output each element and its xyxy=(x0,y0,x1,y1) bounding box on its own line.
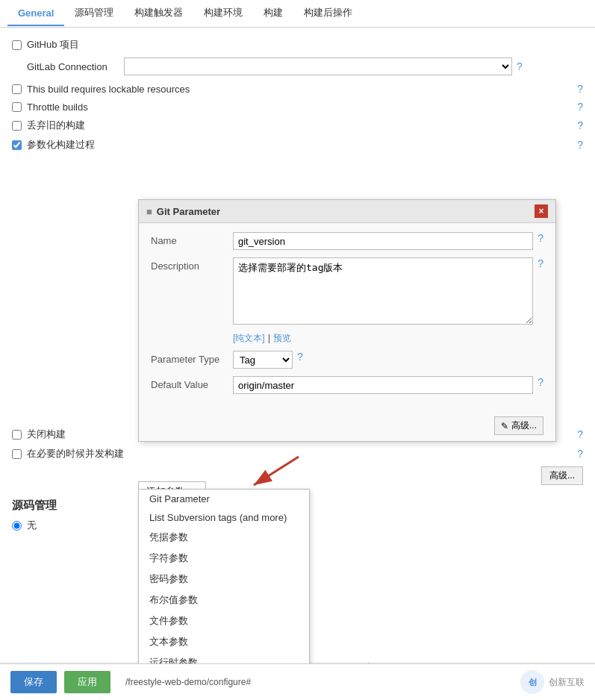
name-form-row: Name ? xyxy=(151,232,543,250)
name-input[interactable] xyxy=(233,232,533,250)
watermark-logo: 创 xyxy=(520,670,544,694)
discard-help-icon[interactable]: ? xyxy=(577,119,583,131)
advanced-btn-label: 高级... xyxy=(511,419,537,432)
concurrent-help-icon[interactable]: ? xyxy=(577,448,583,460)
dialog-title: ■ Git Parameter xyxy=(146,206,220,217)
dialog-close-button[interactable]: × xyxy=(535,204,548,218)
gitlab-connection-row: GitLab Connection ? xyxy=(12,57,583,75)
lower-advanced-button[interactable]: 高级... xyxy=(541,466,583,485)
dropdown-item-list-subversion[interactable]: List Subversion tags (and more) xyxy=(139,508,309,527)
close-build-label: 关闭构建 xyxy=(27,428,66,441)
parametrize-row: 参数化构建过程 ? xyxy=(12,138,583,151)
git-param-dialog: ■ Git Parameter × Name ? Description 选择需… xyxy=(138,199,556,442)
default-value-label: Default Value xyxy=(151,376,233,390)
lockable-resources-label: This build requires lockable resources xyxy=(27,84,190,95)
description-help-icon[interactable]: ? xyxy=(538,257,543,269)
watermark: 创 创新互联 xyxy=(520,670,585,694)
gitlab-help-icon[interactable]: ? xyxy=(517,60,523,72)
close-build-checkbox[interactable] xyxy=(12,430,22,440)
icon-btn[interactable]: ✎ 高级... xyxy=(494,416,543,435)
dropdown-item-text-param[interactable]: 文本参数 xyxy=(139,631,309,652)
description-form-row: Description 选择需要部署的tag版本 ? xyxy=(151,257,543,325)
dialog-container: ■ Git Parameter × Name ? Description 选择需… xyxy=(138,199,556,442)
param-type-form-row: Parameter Type Tag Branch Revision ? xyxy=(151,351,543,369)
dropdown-item-file-param[interactable]: 文件参数 xyxy=(139,610,309,631)
close-build-help-icon[interactable]: ? xyxy=(577,428,583,440)
concurrent-build-checkbox[interactable] xyxy=(12,449,22,459)
description-label: Description xyxy=(151,257,233,272)
name-help-icon[interactable]: ? xyxy=(538,232,543,244)
tab-build-trigger[interactable]: 构建触发器 xyxy=(124,0,193,27)
default-value-help-icon[interactable]: ? xyxy=(538,376,543,388)
discard-old-label: 丢弃旧的构建 xyxy=(27,119,85,132)
discard-old-checkbox[interactable] xyxy=(12,121,22,131)
throttle-builds-row: Throttle builds ? xyxy=(12,101,583,113)
tab-bar: General 源码管理 构建触发器 构建环境 构建 构建后操作 xyxy=(0,0,595,28)
text-links-row: [纯文本] | 预览 xyxy=(151,332,543,345)
tab-post-build[interactable]: 构建后操作 xyxy=(293,0,363,27)
default-value-form-row: Default Value ? xyxy=(151,376,543,394)
parametrize-help-icon[interactable]: ? xyxy=(577,139,583,151)
dialog-header: ■ Git Parameter × xyxy=(139,200,555,223)
default-value-input[interactable] xyxy=(233,376,533,394)
dropdown-item-boolean-param[interactable]: 布尔值参数 xyxy=(139,590,309,610)
main-content: GitHub 项目 GitLab Connection ? This build… xyxy=(0,28,595,662)
tab-build[interactable]: 构建 xyxy=(253,0,293,27)
dialog-footer: ✎ 高级... xyxy=(139,410,555,441)
watermark-text: 创新互联 xyxy=(549,676,585,689)
tab-source[interactable]: 源码管理 xyxy=(64,0,124,27)
dialog-body: Name ? Description 选择需要部署的tag版本 ? [纯文本] … xyxy=(139,223,555,410)
throttle-help-icon[interactable]: ? xyxy=(577,101,583,113)
bottom-bar: 保存 应用 /freestyle-web-demo/configure# 创 创… xyxy=(0,663,595,700)
apply-button[interactable]: 应用 xyxy=(64,671,110,693)
lockable-help-icon[interactable]: ? xyxy=(577,83,583,95)
source-none-radio[interactable] xyxy=(12,521,22,531)
gitlab-connection-select[interactable] xyxy=(124,57,512,75)
concurrent-build-label: 在必要的时候并发构建 xyxy=(27,447,124,460)
pencil-icon: ✎ xyxy=(501,421,508,431)
svg-line-1 xyxy=(254,457,299,485)
throttle-builds-label: Throttle builds xyxy=(27,101,88,113)
throttle-builds-checkbox[interactable] xyxy=(12,102,22,112)
url-bar: /freestyle-web-demo/configure# xyxy=(125,677,251,687)
github-project-row: GitHub 项目 xyxy=(12,38,583,51)
tab-general[interactable]: General xyxy=(7,1,64,26)
discard-old-row: 丢弃旧的构建 ? xyxy=(12,119,583,132)
lockable-resources-row: This build requires lockable resources ? xyxy=(12,83,583,95)
source-none-label: 无 xyxy=(27,519,37,532)
param-type-select[interactable]: Tag Branch Revision xyxy=(233,351,293,369)
lockable-resources-checkbox[interactable] xyxy=(12,84,22,94)
dropdown-item-git-param[interactable]: Git Parameter xyxy=(139,490,309,508)
text-link-separator: | xyxy=(268,332,270,343)
github-project-checkbox[interactable] xyxy=(12,40,22,50)
description-textarea[interactable]: 选择需要部署的tag版本 xyxy=(233,257,533,325)
preview-link[interactable]: 预览 xyxy=(273,332,291,345)
tab-build-env[interactable]: 构建环境 xyxy=(193,0,253,27)
dialog-title-text: Git Parameter xyxy=(157,206,220,217)
save-button[interactable]: 保存 xyxy=(10,671,57,693)
dropdown-item-credentials[interactable]: 凭据参数 xyxy=(139,527,309,548)
param-type-help-icon[interactable]: ? xyxy=(297,351,303,363)
dropdown-item-string-param[interactable]: 字符参数 xyxy=(139,548,309,569)
parametrize-checkbox[interactable] xyxy=(12,140,22,150)
github-project-label: GitHub 项目 xyxy=(27,38,79,51)
param-type-label: Parameter Type xyxy=(151,351,233,365)
plain-text-link[interactable]: [纯文本] xyxy=(233,332,265,345)
name-label: Name xyxy=(151,232,233,246)
dialog-title-icon: ■ xyxy=(146,206,152,217)
gitlab-connection-label: GitLab Connection xyxy=(27,61,124,72)
dropdown-item-password-param[interactable]: 密码参数 xyxy=(139,569,309,590)
parametrize-label: 参数化构建过程 xyxy=(27,138,95,151)
